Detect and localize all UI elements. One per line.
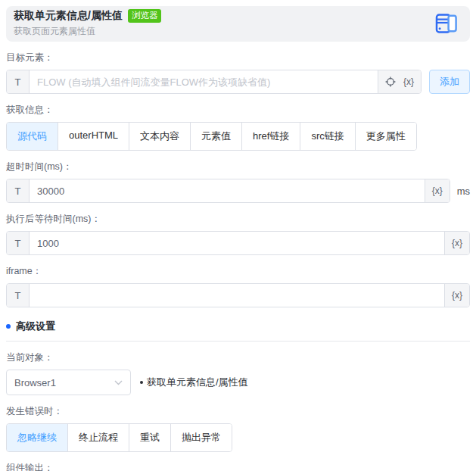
text-type-prefix: T — [7, 232, 30, 254]
info-type-segmented-control: 源代码 outerHTML 文本内容 元素值 href链接 src链接 更多属性 — [6, 122, 417, 151]
on-error-label: 发生错误时： — [6, 405, 470, 418]
variable-token-icon[interactable]: {x} — [432, 186, 443, 196]
browser-badge: 浏览器 — [128, 9, 162, 23]
text-type-prefix: T — [7, 179, 30, 202]
bullet-icon — [140, 381, 143, 384]
on-error-segmented-control: 忽略继续 终止流程 重试 抛出异常 — [6, 423, 232, 452]
timeout-input-group: T {x} — [6, 179, 450, 203]
add-button[interactable]: 添加 — [429, 70, 470, 94]
timeout-suffix: {x} — [425, 179, 450, 202]
variable-token-icon[interactable]: {x} — [452, 238, 462, 248]
target-element-input[interactable] — [30, 70, 378, 93]
field-info-type: 获取信息： 源代码 outerHTML 文本内容 元素值 href链接 src链… — [6, 104, 470, 151]
info-type-label: 获取信息： — [6, 104, 470, 117]
field-component-output: 组件输出： System.String 输出到下一组件 输出变量 +0 — [6, 462, 470, 471]
target-element-label: 目标元素： — [6, 51, 470, 64]
wait-after-input[interactable] — [30, 232, 444, 254]
error-option-throw-exception[interactable]: 抛出异常 — [170, 424, 232, 451]
wait-after-input-group: T {x} — [6, 231, 470, 255]
field-target-element: 目标元素： T {x} 添加 — [6, 51, 470, 94]
text-type-prefix: T — [7, 284, 30, 307]
field-timeout: 超时时间(ms)： T {x} ms — [6, 161, 470, 203]
advanced-settings-section: 高级设置 — [6, 320, 470, 342]
page-title: 获取单元素信息/属性值 — [14, 9, 123, 23]
page-subtitle: 获取页面元素属性值 — [14, 25, 435, 38]
field-on-error: 发生错误时： 忽略继续 终止流程 重试 抛出异常 — [6, 405, 470, 452]
advanced-settings-title-text: 高级设置 — [16, 320, 55, 333]
current-object-select[interactable]: Browser1 — [6, 370, 131, 395]
component-output-label: 组件输出： — [6, 462, 470, 471]
wait-after-label: 执行后等待时间(ms)： — [6, 213, 470, 226]
current-object-note: 获取单元素信息/属性值 — [140, 376, 248, 389]
timeout-unit-label: ms — [457, 186, 470, 197]
info-option-source-code[interactable]: 源代码 — [7, 123, 58, 150]
variable-token-icon[interactable]: {x} — [403, 76, 414, 87]
element-picker-icon[interactable] — [385, 76, 396, 87]
divider — [6, 341, 470, 342]
error-option-ignore-continue[interactable]: 忽略继续 — [7, 424, 67, 451]
target-element-input-group: T {x} — [6, 70, 422, 94]
info-option-more-attrs[interactable]: 更多属性 — [355, 123, 416, 150]
text-type-prefix: T — [7, 70, 30, 93]
info-option-outerhtml[interactable]: outerHTML — [58, 123, 129, 150]
field-wait-after: 执行后等待时间(ms)： T {x} — [6, 213, 470, 255]
field-iframe: iframe： T {x} — [6, 265, 470, 307]
error-option-stop-flow[interactable]: 终止流程 — [67, 424, 129, 451]
advanced-settings-title: 高级设置 — [6, 320, 470, 333]
timeout-label: 超时时间(ms)： — [6, 161, 470, 173]
current-object-note-text: 获取单元素信息/属性值 — [147, 376, 248, 389]
chevron-down-icon — [114, 380, 123, 385]
blue-dot-icon — [6, 324, 11, 329]
component-header: 获取单元素信息/属性值 浏览器 获取页面元素属性值 — [6, 6, 470, 42]
wait-after-suffix: {x} — [444, 232, 469, 254]
info-option-element-value[interactable]: 元素值 — [190, 123, 241, 150]
info-option-src-link[interactable]: src链接 — [300, 123, 354, 150]
iframe-input-group: T {x} — [6, 283, 470, 307]
target-element-suffix: {x} — [378, 70, 421, 93]
info-option-href-link[interactable]: href链接 — [241, 123, 300, 150]
field-current-object: 当前对象： Browser1 获取单元素信息/属性值 — [6, 351, 470, 395]
variable-token-icon[interactable]: {x} — [452, 290, 462, 301]
browser-window-icon — [435, 13, 458, 34]
timeout-input[interactable] — [30, 179, 425, 202]
iframe-label: iframe： — [6, 265, 470, 278]
iframe-suffix: {x} — [444, 284, 469, 307]
error-option-retry[interactable]: 重试 — [129, 424, 170, 451]
current-object-value: Browser1 — [14, 377, 56, 388]
iframe-input[interactable] — [30, 284, 444, 307]
current-object-label: 当前对象： — [6, 351, 470, 364]
header-text: 获取单元素信息/属性值 浏览器 获取页面元素属性值 — [14, 9, 435, 38]
info-option-text-content[interactable]: 文本内容 — [129, 123, 190, 150]
